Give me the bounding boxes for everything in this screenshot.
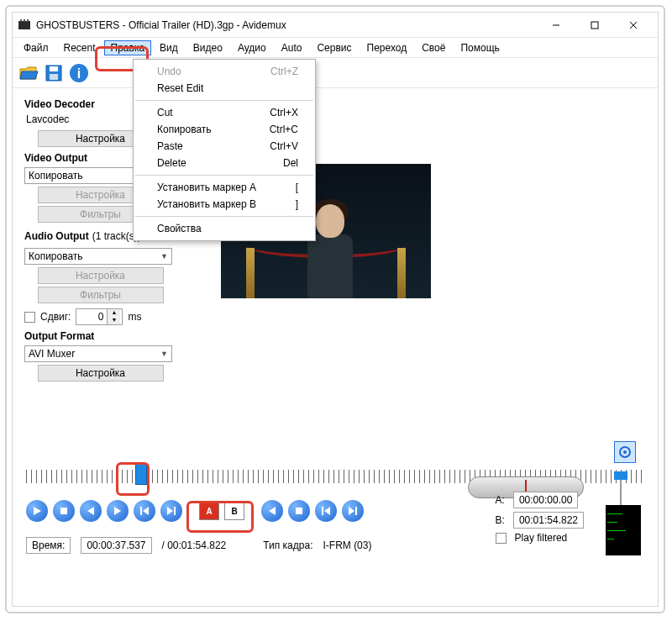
menu-вид[interactable]: Вид	[153, 40, 185, 55]
svg-marker-21	[269, 507, 276, 515]
menu-item-accel: Ctrl+X	[270, 107, 298, 118]
menu-item-label: Paste	[157, 140, 183, 152]
menu-item-label: Установить маркер A	[157, 182, 256, 193]
minimize-button[interactable]	[537, 13, 575, 38]
menu-сервис[interactable]: Сервис	[310, 40, 358, 55]
play-filtered-label: Play filtered	[515, 532, 568, 544]
menu-recent[interactable]: Recent	[57, 40, 102, 55]
shift-label: Сдвиг:	[40, 311, 71, 323]
spin-down-icon[interactable]: ▼	[108, 317, 120, 324]
audio-output-value: Копировать	[29, 250, 83, 262]
toolbar: i	[13, 58, 658, 88]
output-format-select[interactable]: AVI Muxer▼	[24, 345, 172, 362]
menu-separator	[135, 216, 313, 217]
menu-видео[interactable]: Видео	[186, 40, 229, 55]
svg-rect-19	[174, 507, 176, 515]
marker-b-label: B:	[496, 514, 505, 526]
format-configure-button[interactable]: Настройка	[38, 365, 164, 382]
next-keyframe-button[interactable]	[160, 500, 182, 522]
spin-up-icon[interactable]: ▲	[108, 309, 120, 317]
shift-spinner[interactable]: ▲▼	[76, 308, 123, 325]
maximize-button[interactable]	[575, 13, 614, 38]
window-title: GHOSTBUSTERS - Official Trailer (HD).3gp…	[36, 19, 537, 31]
menu-аудио[interactable]: Аудио	[231, 40, 273, 55]
audio-output-title: Audio Output	[24, 230, 89, 242]
frame-type-value: I-FRM (03)	[323, 539, 371, 551]
time-label: Время:	[26, 537, 71, 554]
svg-marker-18	[143, 507, 149, 515]
open-icon[interactable]	[18, 62, 39, 84]
shift-unit: ms	[128, 311, 141, 323]
prev-black-button[interactable]	[261, 500, 283, 522]
info-icon[interactable]: i	[68, 62, 90, 84]
menu-помощь[interactable]: Помощь	[454, 40, 506, 55]
menu-item-undo: UndoCtrl+Z	[134, 63, 315, 80]
stop-button[interactable]	[53, 500, 75, 522]
svg-text:i: i	[77, 66, 81, 81]
save-icon[interactable]	[43, 62, 65, 84]
video-output-value: Копировать	[29, 170, 83, 182]
menu-item-label: Undo	[157, 66, 181, 77]
menu-item-установить-маркер-b[interactable]: Установить маркер B]	[134, 196, 315, 213]
shift-checkbox[interactable]	[24, 312, 35, 323]
prev-frame-button[interactable]	[80, 500, 102, 522]
svg-rect-9	[50, 66, 58, 71]
menu-item-label: Reset Edit	[157, 82, 203, 94]
chevron-down-icon: ▼	[160, 350, 168, 358]
menu-item-accel: Ctrl+Z	[270, 66, 298, 77]
menu-item-delete[interactable]: DeleteDel	[134, 155, 315, 171]
menu-item-accel: [	[296, 182, 298, 193]
menu-item-копировать[interactable]: КопироватьCtrl+C	[134, 121, 315, 138]
bottom-panel: A B Время: 00:00:37.537 / 00:01:54.822 Т…	[13, 455, 658, 606]
timeline-playhead[interactable]	[135, 463, 147, 485]
set-marker-b-button[interactable]: B	[224, 502, 244, 520]
svg-marker-15	[87, 507, 94, 515]
svg-rect-5	[591, 22, 598, 29]
menu-item-cut[interactable]: CutCtrl+X	[134, 104, 315, 121]
menu-файл[interactable]: Файл	[17, 40, 55, 55]
menu-item-установить-маркер-a[interactable]: Установить маркер A[	[134, 179, 315, 196]
svg-rect-22	[296, 508, 302, 514]
play-filtered-checkbox[interactable]	[496, 533, 507, 544]
menu-переход[interactable]: Переход	[360, 40, 414, 55]
svg-marker-16	[114, 507, 121, 515]
menu-своё[interactable]: Своё	[415, 40, 452, 55]
menu-auto[interactable]: Auto	[275, 40, 309, 55]
menu-item-label: Свойства	[157, 223, 202, 234]
prev-keyframe-button[interactable]	[134, 500, 155, 522]
menu-item-свойства[interactable]: Свойства	[134, 220, 315, 237]
next-black-button[interactable]	[288, 500, 310, 522]
svg-rect-25	[355, 507, 357, 515]
menu-item-reset-edit[interactable]: Reset Edit	[134, 80, 315, 97]
goto-end-button[interactable]	[342, 500, 364, 522]
close-button[interactable]	[614, 13, 653, 38]
menu-item-accel: Ctrl+V	[270, 140, 298, 152]
marker-a-value: 00:00:00.00	[513, 492, 578, 508]
edit-menu-dropdown: UndoCtrl+ZReset EditCutCtrl+XКопироватьC…	[133, 59, 316, 241]
menu-item-label: Копировать	[157, 124, 212, 135]
menu-правка[interactable]: Правка	[104, 40, 152, 55]
menu-item-paste[interactable]: PasteCtrl+V	[134, 138, 315, 155]
svg-point-28	[623, 450, 627, 454]
time-value[interactable]: 00:00:37.537	[81, 537, 151, 554]
svg-marker-13	[34, 507, 41, 515]
next-frame-button[interactable]	[107, 500, 129, 522]
svg-rect-2	[24, 19, 25, 22]
svg-marker-26	[349, 507, 354, 515]
duration-value: / 00:01:54.822	[162, 539, 227, 551]
shift-input[interactable]	[76, 311, 107, 323]
set-marker-a-button[interactable]: A	[199, 502, 219, 520]
output-format-title: Output Format	[24, 330, 176, 342]
play-button[interactable]	[26, 500, 48, 522]
menu-item-accel: ]	[296, 198, 298, 210]
frame-type-label: Тип кадра:	[263, 539, 312, 551]
app-icon	[18, 18, 31, 32]
marker-a-label: A:	[496, 494, 505, 506]
audio-scope	[606, 505, 641, 555]
audio-output-select[interactable]: Копировать▼	[24, 248, 172, 265]
menubar: ФайлRecentПравкаВидВидеоАудиоAutoСервисП…	[13, 38, 658, 58]
menu-separator	[135, 175, 313, 176]
speaker-icon[interactable]	[614, 441, 636, 463]
svg-rect-3	[27, 19, 29, 22]
goto-start-button[interactable]	[315, 500, 337, 522]
